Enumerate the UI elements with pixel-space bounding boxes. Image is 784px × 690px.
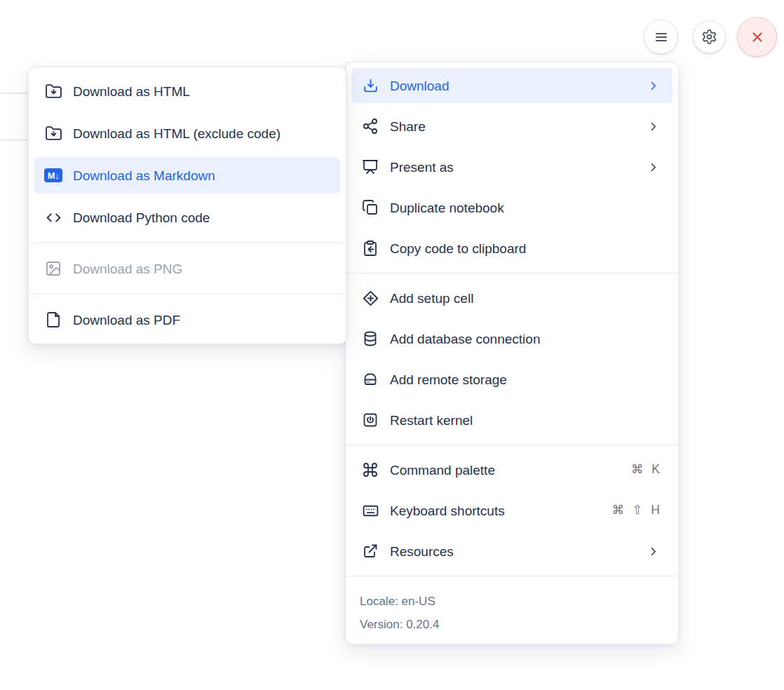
menu-item-add-remote-storage[interactable]: Add remote storage <box>351 362 673 397</box>
image-icon <box>44 259 62 278</box>
menu-item-download-as-png: Download as PNG <box>34 250 340 287</box>
menu-item-copy-code[interactable]: Copy code to clipboard <box>351 231 673 266</box>
menu-item-command-palette[interactable]: Command palette ⌘ K <box>351 452 673 487</box>
settings-button[interactable] <box>693 20 726 53</box>
close-x-icon <box>748 28 766 46</box>
presentation-icon <box>361 158 379 176</box>
menu-item-label: Download Python code <box>73 211 210 224</box>
hard-drive-icon <box>361 370 379 388</box>
menu-item-label: Duplicate notebook <box>390 201 504 215</box>
menu-item-download-python-code[interactable]: Download Python code <box>34 199 340 236</box>
menu-item-share[interactable]: Share <box>351 109 673 144</box>
menu-item-label: Download <box>390 79 450 93</box>
menu-item-label: Download as HTML <box>73 85 190 98</box>
markdown-download-icon: M↓ <box>44 166 62 184</box>
page-edge-line <box>0 140 28 141</box>
menu-item-label: Present as <box>390 161 454 174</box>
close-button[interactable] <box>737 17 777 57</box>
folder-download-icon <box>44 82 62 100</box>
menu-item-label: Download as HTML (exclude code) <box>73 127 281 140</box>
menu-item-resources[interactable]: Resources <box>351 534 673 569</box>
clipboard-copy-icon <box>361 239 379 257</box>
duplicate-icon <box>361 198 379 217</box>
menu-section-help: Command palette ⌘ K Keyboard shortcuts ⌘… <box>351 452 673 569</box>
database-icon <box>361 330 379 348</box>
power-square-icon <box>361 411 379 429</box>
chevron-right-icon <box>647 161 660 174</box>
menu-item-label: Copy code to clipboard <box>390 242 526 255</box>
menu-section-cells: Add setup cell Add database connection A… <box>351 280 673 438</box>
menu-item-label: Download as PNG <box>73 262 182 276</box>
keyboard-icon <box>361 501 379 520</box>
menu-section-actions: Download Share Present as <box>351 68 673 266</box>
menu-item-add-database-connection[interactable]: Add database connection <box>351 321 673 356</box>
shortcut-hint: ⌘ ⇧ H <box>611 504 660 517</box>
menu-item-restart-kernel[interactable]: Restart kernel <box>351 402 673 438</box>
menu-button[interactable] <box>644 20 678 54</box>
menu-divider <box>346 273 678 273</box>
submenu-section-pdf: Download as PDF <box>34 302 340 338</box>
chevron-right-icon <box>647 120 660 133</box>
diamond-plus-icon <box>361 289 379 307</box>
menu-item-label: Keyboard shortcuts <box>390 504 505 518</box>
external-link-icon <box>361 542 379 560</box>
menu-item-label: Resources <box>390 545 454 558</box>
download-icon <box>361 76 379 95</box>
page-edge-line <box>0 93 28 94</box>
menu-divider <box>346 445 678 445</box>
menu-item-label: Download as PDF <box>73 313 180 327</box>
menu-item-download-as-pdf[interactable]: Download as PDF <box>34 302 340 338</box>
menu-item-add-setup-cell[interactable]: Add setup cell <box>351 280 673 316</box>
menu-item-keyboard-shortcuts[interactable]: Keyboard shortcuts ⌘ ⇧ H <box>351 493 673 528</box>
menu-footer: Locale: en-US Version: 0.20.4 <box>351 583 673 638</box>
menu-item-download-as-html-exclude-code[interactable]: Download as HTML (exclude code) <box>34 115 340 151</box>
menu-item-label: Share <box>390 120 426 133</box>
menu-divider <box>29 294 346 295</box>
menu-item-label: Add database connection <box>390 332 540 346</box>
menu-item-label: Add setup cell <box>390 292 473 305</box>
menu-item-present-as[interactable]: Present as <box>351 149 673 184</box>
menu-item-label: Add remote storage <box>390 373 507 386</box>
command-icon <box>361 461 379 479</box>
notebook-menu: Download Share Present as <box>345 62 679 644</box>
menu-item-label: Command palette <box>390 464 495 477</box>
code-icon <box>44 208 62 226</box>
menu-item-label: Download as Markdown <box>73 169 215 182</box>
menu-item-label: Restart kernel <box>390 414 473 427</box>
file-icon <box>44 311 62 329</box>
share-icon <box>361 117 379 135</box>
menu-item-duplicate-notebook[interactable]: Duplicate notebook <box>351 190 673 225</box>
gear-icon <box>701 29 717 45</box>
chevron-right-icon <box>647 79 660 93</box>
download-submenu: Download as HTML Download as HTML (exclu… <box>28 67 346 344</box>
shortcut-hint: ⌘ K <box>631 464 660 476</box>
chevron-right-icon <box>647 545 660 558</box>
menu-item-download-as-markdown[interactable]: M↓ Download as Markdown <box>34 157 340 194</box>
menu-divider <box>29 243 346 243</box>
locale-text: Locale: en-US <box>360 590 664 613</box>
submenu-section-png: Download as PNG <box>34 250 340 287</box>
menu-item-download-as-html[interactable]: Download as HTML <box>34 73 340 109</box>
menu-item-download[interactable]: Download <box>351 68 673 103</box>
submenu-section-formats: Download as HTML Download as HTML (exclu… <box>34 73 340 236</box>
version-text: Version: 0.20.4 <box>360 613 664 636</box>
folder-download-icon <box>44 124 62 142</box>
hamburger-menu-icon <box>653 29 670 46</box>
menu-divider <box>346 576 678 576</box>
